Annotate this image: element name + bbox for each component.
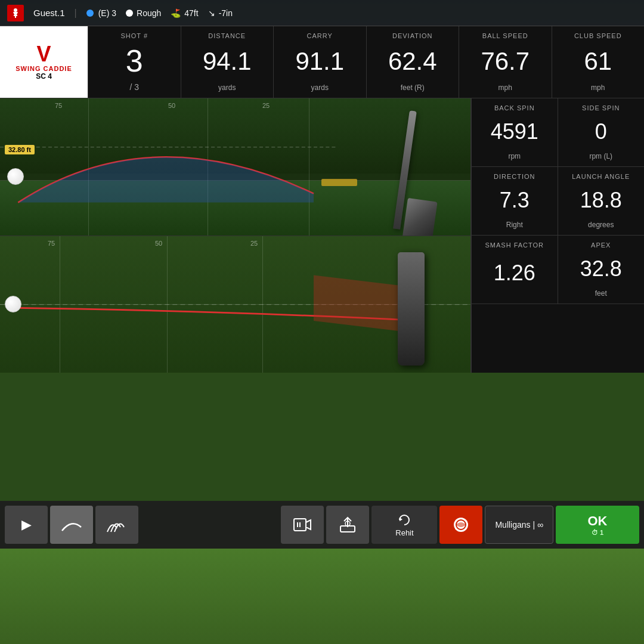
deviation-label: -7in: [219, 8, 233, 18]
shot-path-side: [0, 98, 470, 236]
hole-number: (E) 3: [98, 8, 116, 18]
carry-label: CARRY: [307, 32, 333, 39]
smash-factor-value: 1.26: [494, 262, 535, 284]
apex-stat-value: 32.8: [580, 258, 622, 280]
side-view: 75 50 25 32.80 ft: [0, 98, 470, 236]
apex-label: 32.80 ft: [5, 145, 35, 154]
shot-number-sub: / 3: [129, 82, 139, 92]
ball-speed-unit: mph: [499, 83, 512, 92]
red-ball-button[interactable]: [439, 506, 482, 544]
direction-label: DIRECTION: [494, 173, 535, 180]
blue-dot-icon: [86, 10, 94, 17]
video-icon: [293, 515, 312, 534]
arrow-icon: ↘: [208, 8, 215, 18]
distance-unit: yards: [218, 83, 236, 92]
video-button[interactable]: [281, 506, 324, 544]
play-button[interactable]: ▶: [5, 506, 48, 544]
golf-ball-side: [7, 168, 24, 185]
launch-angle-label: LAUNCH ANGLE: [572, 173, 630, 180]
shot-number-value: 3: [126, 45, 143, 76]
deviation-value: 62.4: [388, 49, 437, 74]
direction-unit: Right: [506, 221, 523, 229]
ok-timer: ⏱ 1: [592, 529, 603, 536]
share-button[interactable]: [326, 506, 369, 544]
stats-grid-top: V SWING CADDIE SC 4 SHOT # 3 / 3 DISTANC…: [0, 26, 644, 98]
deviation-info: ↘ -7in: [208, 8, 233, 18]
side-view-icon: [61, 514, 82, 535]
red-ball-icon: [451, 515, 470, 534]
stat-smash-factor: SMASH FACTOR 1.26: [472, 236, 558, 304]
back-spin-value: 4591: [491, 121, 538, 143]
club-speed-label: CLUB SPEED: [574, 32, 622, 39]
back-spin-label: BACK SPIN: [494, 104, 535, 112]
right-stats-panel: BACK SPIN 4591 rpm SIDE SPIN 0 rpm (L) D…: [471, 98, 644, 373]
stat-club-speed: CLUB SPEED 61 mph: [552, 26, 645, 98]
pga-logo: [7, 5, 24, 21]
ball-speed-label: BALL SPEED: [482, 32, 528, 39]
distance-label: 47ft: [184, 8, 198, 18]
carry-value: 91.1: [295, 49, 344, 74]
distance-info: ⛳ 47ft: [171, 8, 198, 18]
smash-factor-label: SMASH FACTOR: [485, 242, 544, 249]
stat-side-spin: SIDE SPIN 0 rpm (L): [558, 98, 645, 167]
player-name: Guest.1: [33, 8, 65, 18]
terrain-info: Rough: [126, 8, 161, 18]
svg-marker-11: [400, 518, 402, 521]
stat-back-spin: BACK SPIN 4591 rpm: [472, 98, 558, 167]
launch-angle-value: 18.8: [580, 190, 622, 211]
terrain-label: Rough: [137, 8, 161, 18]
mulligans-label: Mulligans | ∞: [495, 520, 543, 530]
bottom-toolbar: ▶: [0, 501, 644, 549]
white-dot-icon: [126, 10, 133, 17]
apex-stat-label: APEX: [591, 242, 611, 249]
top-view: 75 50 25: [0, 236, 470, 373]
logo-model: SC 4: [36, 72, 52, 80]
ok-label: OK: [588, 513, 608, 529]
swing-caddie-logo: V SWING CADDIE SC 4: [0, 26, 88, 98]
stat-shot-number: SHOT # 3 / 3: [88, 26, 181, 98]
flag-icon: ⛳: [171, 8, 181, 18]
ok-button[interactable]: OK ⏱ 1: [556, 506, 639, 544]
distance-value: 94.1: [203, 49, 252, 74]
stat-carry: CARRY 91.1 yards: [274, 26, 367, 98]
club-speed-unit: mph: [591, 83, 605, 92]
distance-label: DISTANCE: [208, 32, 246, 39]
apex-stat-unit: feet: [595, 289, 607, 298]
side-view-button[interactable]: [50, 506, 93, 544]
deviation-label: DEVIATION: [392, 32, 432, 39]
stat-ball-speed: BALL SPEED 76.7 mph: [459, 26, 552, 98]
hole-info: (E) 3: [86, 8, 116, 18]
status-bar: Guest.1 | (E) 3 Rough ⛳ 47ft ↘ -7in: [0, 0, 644, 26]
deviation-unit: feet (R): [401, 83, 425, 92]
logo-name: SWING CADDIE: [16, 65, 72, 72]
rehit-button[interactable]: Rehit: [371, 506, 437, 544]
multi-arc-button[interactable]: [95, 506, 138, 544]
rehit-label: Rehit: [395, 528, 413, 537]
stat-apex: APEX 32.8 feet: [558, 236, 645, 304]
shot-views: 75 50 25 32.80 ft: [0, 98, 471, 373]
sep1: |: [75, 8, 77, 18]
shot-number-label: SHOT #: [120, 32, 148, 39]
stat-distance: DISTANCE 94.1 yards: [181, 26, 274, 98]
ball-speed-value: 76.7: [481, 49, 530, 74]
share-icon: [338, 515, 357, 534]
side-spin-label: SIDE SPIN: [582, 104, 620, 112]
middle-section: 75 50 25 32.80 ft: [0, 98, 644, 373]
carry-unit: yards: [311, 83, 329, 92]
mulligans-button[interactable]: Mulligans | ∞: [485, 506, 553, 544]
side-spin-value: 0: [595, 121, 607, 143]
stat-deviation: DEVIATION 62.4 feet (R): [367, 26, 460, 98]
launch-angle-unit: degrees: [588, 221, 614, 229]
stat-launch-angle: LAUNCH ANGLE 18.8 degrees: [558, 167, 645, 236]
multi-arc-icon: [106, 514, 128, 535]
svg-point-0: [14, 8, 17, 12]
direction-value: 7.3: [500, 190, 530, 211]
stat-direction: DIRECTION 7.3 Right: [472, 167, 558, 236]
rehit-icon: [397, 513, 411, 527]
play-icon: ▶: [21, 517, 32, 532]
side-spin-unit: rpm (L): [589, 152, 612, 160]
club-speed-value: 61: [584, 49, 612, 74]
back-spin-unit: rpm: [508, 152, 521, 160]
svg-marker-6: [306, 520, 311, 530]
